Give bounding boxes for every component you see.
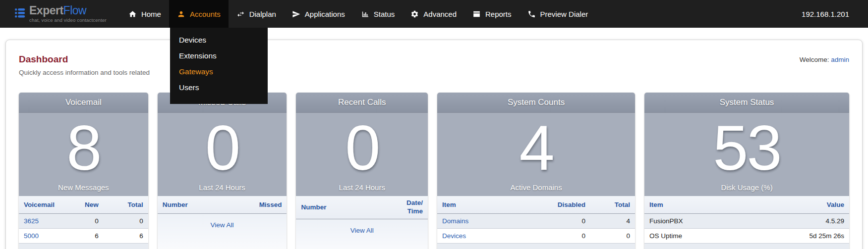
voicemail-box-link[interactable]: 3625 bbox=[24, 217, 39, 225]
swap-arrows-icon bbox=[236, 10, 245, 18]
report-window-icon bbox=[472, 10, 481, 18]
bar-chart-icon bbox=[361, 10, 369, 18]
nav-item-label: Accounts bbox=[190, 10, 221, 18]
welcome-label: Welcome: bbox=[800, 56, 829, 63]
view-all-link[interactable]: View All bbox=[350, 227, 374, 234]
user-icon bbox=[177, 10, 185, 18]
view-all-area: View All bbox=[158, 214, 287, 249]
page-subtitle: Quickly access information and tools rel… bbox=[19, 69, 150, 76]
col-header: Disabled bbox=[521, 196, 590, 214]
card-body: 0 Last 24 Hours bbox=[158, 113, 287, 196]
big-number: 53 bbox=[713, 116, 780, 180]
nav-item-preview-dialer[interactable]: Preview Dialer bbox=[520, 0, 596, 28]
cell-value: 6 bbox=[104, 229, 148, 244]
col-header: Item bbox=[644, 196, 780, 214]
card-body: 4 Active Domains bbox=[437, 113, 635, 196]
col-header: Total bbox=[104, 196, 148, 214]
card-system-counts: System Counts 4 Active Domains Item Disa… bbox=[437, 93, 635, 249]
col-header: Number bbox=[296, 196, 388, 219]
view-all-area: View All bbox=[296, 219, 428, 249]
table-row: OS Uptime 5d 25m 26s bbox=[644, 229, 849, 244]
card-body: 53 Disk Usage (%) bbox=[644, 113, 849, 196]
col-header: Item bbox=[437, 196, 521, 214]
cell-value: 0 bbox=[521, 229, 590, 244]
big-number: 8 bbox=[66, 116, 100, 180]
brand-logo[interactable]: ExpertFlow chat, voice and video contact… bbox=[15, 0, 107, 28]
cell-value: 6 bbox=[54, 229, 104, 244]
brand-text: ExpertFlow chat, voice and video contact… bbox=[29, 5, 107, 23]
table-row: Domains 0 4 bbox=[437, 214, 635, 229]
menu-item-extensions[interactable]: Extensions bbox=[170, 48, 268, 64]
menu-item-devices[interactable]: Devices bbox=[170, 32, 268, 48]
table-header-row: Item Disabled Total bbox=[437, 196, 635, 214]
content-panel: Dashboard Quickly access information and… bbox=[5, 40, 863, 249]
devices-link[interactable]: Devices bbox=[442, 232, 466, 240]
brand-tagline: chat, voice and video contactcenter bbox=[29, 18, 107, 23]
cell-value: OS Uptime bbox=[644, 229, 780, 244]
paper-plane-icon bbox=[292, 10, 300, 18]
big-number: 4 bbox=[519, 116, 553, 180]
page-title: Dashboard bbox=[19, 54, 150, 65]
voicemail-box-link[interactable]: 5000 bbox=[24, 232, 39, 240]
card-title: Voicemail bbox=[19, 93, 148, 113]
dashboard-cards-row: Voicemail 8 New Messages Voicemail New T… bbox=[19, 93, 849, 249]
cell-value: 0 bbox=[104, 214, 148, 229]
nav-item-label: Home bbox=[141, 10, 161, 18]
clipped-row bbox=[437, 244, 635, 249]
recent-calls-table: Number Date/ Time bbox=[296, 196, 428, 219]
nav-item-advanced[interactable]: Advanced bbox=[403, 0, 464, 28]
nav-item-accounts[interactable]: Accounts Devices Extensions Gateways Use… bbox=[169, 0, 229, 28]
welcome-text: Welcome: admin bbox=[800, 56, 849, 63]
cell-value: 5d 25m 26s bbox=[780, 229, 849, 244]
col-header: Date/ Time bbox=[388, 196, 428, 219]
nav-item-status[interactable]: Status bbox=[353, 0, 403, 28]
col-header: Missed bbox=[232, 196, 287, 214]
table-row: 5000 6 6 bbox=[19, 229, 148, 244]
col-header: Number bbox=[158, 196, 232, 214]
card-system-status: System Status 53 Disk Usage (%) Item Val… bbox=[644, 93, 849, 249]
menu-item-users[interactable]: Users bbox=[170, 80, 268, 96]
card-caption: New Messages bbox=[19, 183, 148, 192]
cell-value: 0 bbox=[521, 214, 590, 229]
card-caption: Last 24 Hours bbox=[296, 183, 428, 192]
col-header: New bbox=[54, 196, 104, 214]
domains-link[interactable]: Domains bbox=[442, 217, 468, 225]
brand-icon bbox=[15, 8, 25, 20]
nav-item-label: Applications bbox=[305, 10, 345, 18]
view-all-link[interactable]: View All bbox=[211, 221, 234, 229]
cell-value: 0 bbox=[54, 214, 104, 229]
phone-icon bbox=[527, 10, 536, 18]
big-number: 0 bbox=[345, 116, 379, 180]
gear-icon bbox=[410, 10, 419, 18]
accounts-dropdown-menu: Devices Extensions Gateways Users bbox=[170, 28, 268, 104]
card-caption: Active Domains bbox=[437, 183, 635, 192]
nav-item-home[interactable]: Home bbox=[120, 0, 169, 28]
top-nav: ExpertFlow chat, voice and video contact… bbox=[0, 0, 868, 28]
cell-value: 4.5.29 bbox=[780, 214, 849, 229]
table-row: Devices 0 0 bbox=[437, 229, 635, 244]
col-header: Voicemail bbox=[19, 196, 54, 214]
card-title: System Status bbox=[644, 93, 849, 113]
card-recent-calls: Recent Calls 0 Last 24 Hours Number Date… bbox=[296, 93, 428, 249]
nav-item-reports[interactable]: Reports bbox=[464, 0, 520, 28]
card-title: Recent Calls bbox=[296, 93, 428, 113]
clipped-row bbox=[19, 244, 148, 249]
nav-item-applications[interactable]: Applications bbox=[284, 0, 353, 28]
table-header-row: Voicemail New Total bbox=[19, 196, 148, 214]
card-caption: Last 24 Hours bbox=[158, 183, 287, 192]
cell-value: 4 bbox=[590, 214, 635, 229]
card-body: 8 New Messages bbox=[19, 113, 148, 196]
table-row: 3625 0 0 bbox=[19, 214, 148, 229]
welcome-user-link[interactable]: admin bbox=[831, 56, 849, 63]
voicemail-table: Voicemail New Total 3625 0 0 5000 6 6 bbox=[19, 196, 148, 244]
home-icon bbox=[128, 10, 137, 18]
col-header: Value bbox=[780, 196, 849, 214]
menu-item-gateways[interactable]: Gateways bbox=[170, 64, 268, 80]
page-heading-block: Dashboard Quickly access information and… bbox=[19, 54, 150, 76]
nav-item-dialplan[interactable]: Dialplan bbox=[229, 0, 284, 28]
table-header-row: Number Date/ Time bbox=[296, 196, 428, 219]
card-voicemail: Voicemail 8 New Messages Voicemail New T… bbox=[19, 93, 148, 249]
big-number: 0 bbox=[205, 116, 239, 180]
brand-name-bold: Expert bbox=[29, 4, 63, 17]
card-body: 0 Last 24 Hours bbox=[296, 113, 428, 196]
